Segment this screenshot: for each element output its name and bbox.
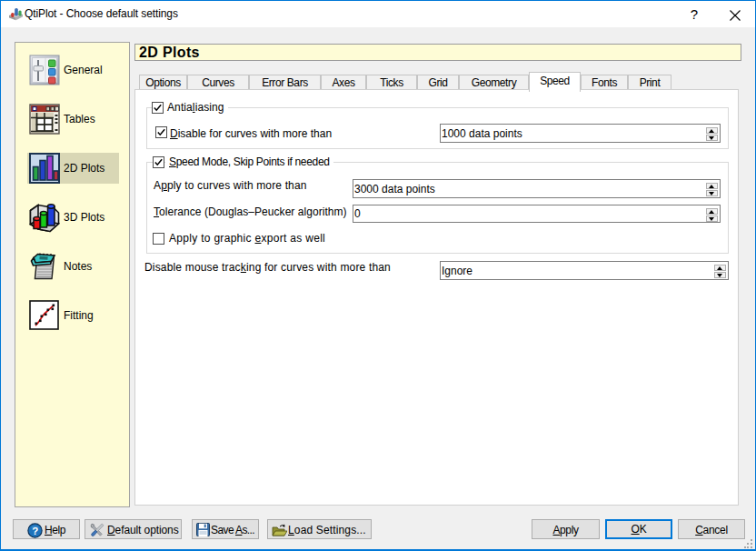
svg-text:?: ? (32, 526, 38, 536)
